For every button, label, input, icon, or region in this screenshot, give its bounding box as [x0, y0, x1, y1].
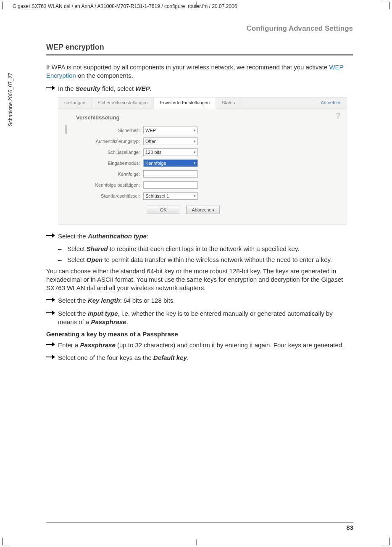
- ok-button[interactable]: OK: [147, 206, 180, 214]
- chevron-down-icon: ▾: [194, 194, 196, 198]
- router-ui-screenshot: stellungen Sicherheitseinstellungen Erwe…: [58, 97, 347, 225]
- text: Select the: [58, 233, 88, 240]
- text: Select the: [58, 297, 88, 304]
- tab-status[interactable]: Status: [216, 98, 241, 108]
- select-authtype[interactable]: Offen ▾: [143, 137, 198, 145]
- section-rule: [46, 54, 353, 55]
- list-item: Select Shared to require that each clien…: [58, 245, 353, 253]
- select-security[interactable]: WEP ▾: [143, 127, 198, 134]
- text: :: [147, 233, 148, 240]
- field-ref: Security: [76, 85, 100, 92]
- label-defaultkey: Standardschlüssel:: [65, 193, 143, 198]
- instruction-step: In the Security field, select WEP.: [46, 85, 353, 93]
- instruction-step: Select the Input type, i.e. whether the …: [46, 309, 353, 327]
- sublist: Select Shared to require that each clien…: [46, 245, 353, 264]
- text: : 64 bits or 128 bits.: [120, 297, 175, 304]
- tab-spacer: [241, 98, 321, 108]
- field-ref: Passphrase: [91, 318, 126, 325]
- tab-sicherheit[interactable]: Sicherheitseinstellungen: [92, 98, 154, 108]
- chevron-down-icon: ▾: [194, 150, 196, 154]
- text: Enter a: [58, 341, 80, 349]
- select-inputmode[interactable]: Kennfolge ▾: [143, 159, 198, 167]
- select-value: 128 bits: [145, 150, 162, 155]
- section-title: WEP encryption: [46, 43, 353, 52]
- text: on the components.: [76, 72, 133, 79]
- field-ref: Passphrase: [80, 341, 116, 349]
- row-confirm: Kennfolge bestätigen:: [65, 181, 340, 189]
- keys-paragraph: You can choose either the standard 64-bi…: [46, 267, 353, 293]
- button-row: OK Abbrechen: [147, 206, 340, 214]
- field-ref: Default key: [153, 354, 187, 361]
- instruction-step: Select the Key length: 64 bits or 128 bi…: [46, 296, 353, 305]
- crop-mark: [382, 2, 389, 9]
- crop-mark: [3, 2, 10, 9]
- text: If WPA is not supported by all component…: [46, 63, 329, 71]
- tab-einstellungen[interactable]: stellungen: [58, 98, 92, 108]
- text: (up to 32 characters) and confirm it by …: [116, 341, 344, 349]
- text: .: [126, 318, 128, 325]
- crop-mark: [196, 539, 196, 545]
- template-version: Schablone 2005_07_27: [8, 73, 13, 126]
- text: field, select: [100, 85, 135, 92]
- value-ref: Shared: [87, 245, 108, 252]
- value-ref: WEP: [135, 85, 150, 92]
- field-ref: Key length: [88, 297, 120, 304]
- field-ref: Authentication type: [88, 233, 147, 240]
- label-passphrase: Kennfolge:: [65, 172, 143, 177]
- row-keylen: Schlüssellänge: 128 bits ▾: [65, 148, 340, 156]
- page-number: 83: [346, 524, 353, 531]
- chevron-down-icon: ▾: [194, 139, 196, 143]
- text: Select: [67, 245, 87, 252]
- list-item: Select Open to permit data transfer with…: [58, 256, 353, 264]
- encryption-panel: ? Verschlüsselung Sicherheit: WEP ▾ Auth…: [58, 108, 347, 224]
- page-footer-rule: [46, 522, 353, 523]
- value-ref: Open: [87, 256, 103, 263]
- nav-indicator: [65, 125, 67, 134]
- row-authtype: Authentifizierungstyp: Offen ▾: [65, 137, 340, 145]
- instruction-step: Enter a Passphrase (up to 32 characters)…: [46, 341, 353, 349]
- crop-mark: [3, 538, 10, 545]
- row-passphrase: Kennfolge:: [65, 170, 340, 178]
- row-security: Sicherheit: WEP ▾: [65, 127, 340, 134]
- intro-paragraph: If WPA is not supported by all component…: [46, 63, 353, 80]
- label-keylen: Schlüssellänge:: [65, 150, 143, 155]
- field-ref: Input type: [88, 310, 118, 317]
- select-value: Schlüssel 1: [145, 193, 169, 198]
- text: Select the: [58, 310, 88, 317]
- subsection-title: Generating a key by means of a Passphras…: [46, 330, 353, 338]
- row-inputmode: Eingabemodus: Kennfolge ▾: [65, 159, 340, 167]
- doc-path-header: Gigaset SX763 WLAN dsl / en AnnA / A3100…: [13, 3, 237, 9]
- logoff-link[interactable]: Abmelden: [321, 98, 347, 108]
- select-value: Offen: [145, 139, 157, 144]
- tab-bar: stellungen Sicherheitseinstellungen Erwe…: [58, 98, 347, 108]
- help-icon[interactable]: ?: [336, 111, 341, 121]
- cancel-button[interactable]: Abbrechen: [186, 206, 220, 214]
- instruction-step: Select the Authentication type:: [46, 232, 353, 240]
- row-defaultkey: Standardschlüssel: Schlüssel 1 ▾: [65, 192, 340, 200]
- instruction-step: Select one of the four keys as the Defau…: [46, 354, 353, 362]
- label-confirm: Kennfolge bestätigen:: [65, 182, 143, 188]
- input-passphrase[interactable]: [143, 170, 198, 178]
- chevron-down-icon: ▾: [194, 128, 196, 132]
- label-security: Sicherheit:: [65, 128, 143, 133]
- text: Select: [67, 256, 87, 263]
- running-head: Configuring Advanced Settings: [46, 24, 353, 33]
- text: In the: [58, 85, 76, 92]
- text: Select one of the four keys as the: [58, 354, 153, 361]
- label-inputmode: Eingabemodus:: [65, 161, 143, 166]
- chevron-down-icon: ▾: [194, 161, 196, 165]
- text: .: [150, 85, 151, 92]
- text: to require that each client logs in to t…: [108, 245, 300, 252]
- label-authtype: Authentifizierungstyp:: [65, 139, 143, 144]
- select-defaultkey[interactable]: Schlüssel 1 ▾: [143, 192, 198, 200]
- crop-mark: [382, 538, 389, 545]
- text: .: [187, 354, 189, 361]
- text: to permit data transfer within the wirel…: [103, 256, 332, 263]
- select-value: Kennfolge: [145, 161, 166, 166]
- panel-title: Verschlüsselung: [76, 114, 340, 121]
- tab-erweitert[interactable]: Erweiterte Einstellungen: [154, 98, 216, 108]
- input-confirm-passphrase[interactable]: [143, 181, 198, 189]
- select-value: WEP: [145, 128, 156, 133]
- select-keylen[interactable]: 128 bits ▾: [143, 148, 198, 156]
